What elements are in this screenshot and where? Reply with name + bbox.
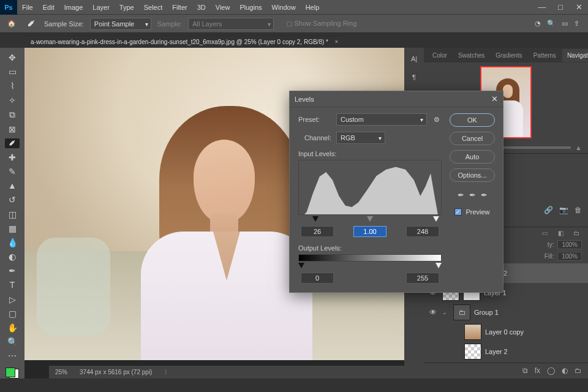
hand-tool-icon[interactable]: ✋ (5, 323, 20, 333)
menu-filter[interactable]: Filter (167, 0, 192, 15)
preview-checkbox[interactable]: ✓Preview (454, 208, 489, 216)
group-add-icon[interactable]: 🗀 (575, 366, 582, 375)
stamp-tool-icon[interactable]: ▲ (5, 181, 20, 190)
trash-icon[interactable]: 🗑 (575, 206, 582, 214)
dialog-close-icon[interactable]: ✕ (491, 94, 498, 104)
input-gamma-field[interactable]: 1.00 (353, 226, 386, 237)
gradient-tool-icon[interactable]: ▦ (5, 224, 20, 233)
eyedropper-tool-icon[interactable] (5, 138, 20, 148)
ok-button[interactable]: OK (450, 113, 495, 127)
input-black-field[interactable]: 26 (301, 226, 334, 237)
output-black-field[interactable]: 0 (301, 273, 334, 284)
cloud-sync-icon[interactable]: ◔ (535, 20, 541, 28)
dialog-titlebar[interactable]: Levels ✕ (290, 91, 503, 107)
zoom-tool-icon[interactable]: 🔍 (5, 337, 20, 347)
menu-view[interactable]: View (211, 0, 235, 15)
sample-layers-select[interactable]: All Layers (188, 18, 274, 30)
show-sampling-ring-checkbox[interactable]: ▢ Show Sampling Ring (286, 20, 356, 28)
white-eyedropper-icon[interactable]: ✒ (481, 190, 488, 200)
menu-edit[interactable]: Edit (38, 0, 59, 15)
channel-select[interactable]: RGB (336, 132, 385, 144)
menu-type[interactable]: Type (115, 0, 139, 15)
edit-toolbar-icon[interactable]: ⋯ (5, 351, 20, 361)
layer-group-row[interactable]: 👁 ⌄ 🗀 Group 1 (424, 303, 588, 322)
fx-icon[interactable]: fx (535, 366, 540, 375)
blur-tool-icon[interactable]: 💧 (5, 238, 20, 247)
tab-swatches[interactable]: Swatches (453, 49, 489, 62)
link-icon[interactable]: 🔗 (544, 206, 553, 214)
tab-navigator[interactable]: Navigator (562, 49, 588, 62)
gamma-slider[interactable] (367, 216, 373, 222)
output-white-slider[interactable] (435, 263, 442, 268)
dodge-tool-icon[interactable]: ◐ (5, 252, 20, 262)
output-white-field[interactable]: 255 (406, 273, 439, 284)
menu-help[interactable]: Help (301, 0, 325, 15)
layer-thumbnail[interactable] (464, 324, 481, 340)
window-close-button[interactable]: ✕ (570, 1, 588, 14)
white-point-slider[interactable] (433, 216, 439, 222)
tab-gradients[interactable]: Gradients (491, 49, 527, 62)
menu-layer[interactable]: Layer (88, 0, 115, 15)
black-point-slider[interactable] (312, 216, 318, 222)
layer-name[interactable]: Layer 2 (485, 348, 508, 355)
fill-field[interactable]: 100% (557, 252, 582, 261)
share-icon[interactable]: ⇪ (574, 20, 579, 28)
healing-tool-icon[interactable]: ✚ (5, 153, 20, 162)
group-expand-icon[interactable]: ⌄ (442, 309, 450, 315)
output-black-slider[interactable] (298, 263, 304, 268)
layer-name[interactable]: Group 1 (474, 309, 499, 316)
history-brush-tool-icon[interactable]: ↺ (5, 195, 20, 205)
input-white-field[interactable]: 248 (406, 226, 439, 237)
preset-select[interactable]: Custom (336, 113, 427, 126)
layer-name[interactable]: Layer 0 copy (485, 328, 524, 336)
gray-eyedropper-icon[interactable]: ✒ (469, 190, 476, 200)
snapshot-icon[interactable]: 📷 (559, 206, 568, 214)
options-button[interactable]: Options... (450, 168, 495, 182)
opacity-field[interactable]: 100% (557, 240, 582, 249)
adjustment-add-icon[interactable]: ◐ (562, 366, 568, 375)
search-icon[interactable]: 🔍 (547, 20, 556, 28)
eraser-tool-icon[interactable]: ◫ (5, 209, 20, 219)
cancel-button[interactable]: Cancel (450, 132, 495, 145)
menu-window[interactable]: Window (267, 0, 301, 15)
pen-tool-icon[interactable]: ✒ (5, 266, 20, 276)
layer-row[interactable]: Layer 0 copy (424, 322, 588, 342)
frame-tool-icon[interactable]: ⊠ (5, 124, 20, 134)
move-tool-icon[interactable]: ✥ (5, 53, 20, 62)
crop-tool-icon[interactable]: ⧉ (5, 110, 20, 120)
type-tool-icon[interactable]: T (5, 280, 20, 290)
menu-file[interactable]: File (17, 0, 38, 15)
folder-icon[interactable]: 🗀 (571, 230, 582, 236)
wand-tool-icon[interactable]: ✧ (5, 95, 20, 105)
black-eyedropper-icon[interactable]: ✒ (458, 190, 464, 200)
tab-close-icon[interactable]: × (335, 39, 338, 45)
character-panel-icon[interactable]: A| (408, 53, 420, 65)
menu-plugins[interactable]: Plugins (235, 0, 266, 15)
layer-row[interactable]: Layer 2 (424, 342, 588, 361)
window-maximize-button[interactable]: □ (551, 1, 570, 14)
preset-options-icon[interactable]: ⚙ (432, 116, 442, 124)
link-layers-icon[interactable]: ⧉ (522, 366, 528, 375)
path-select-tool-icon[interactable]: ▷ (5, 295, 20, 304)
output-sliders[interactable] (298, 263, 442, 270)
lasso-tool-icon[interactable]: ⌇ (5, 81, 20, 91)
marquee-tool-icon[interactable]: ▭ (5, 67, 20, 77)
output-gradient[interactable] (298, 254, 442, 262)
auto-button[interactable]: Auto (450, 150, 495, 164)
eyedropper-tool-icon[interactable] (24, 17, 38, 31)
artboard-icon[interactable]: ▭ (539, 230, 550, 236)
paragraph-panel-icon[interactable]: ¶ (408, 71, 420, 83)
mask-add-icon[interactable]: ◯ (547, 366, 555, 375)
tab-color[interactable]: Color (428, 49, 452, 62)
mask-icon[interactable]: ◧ (555, 230, 566, 236)
tab-patterns[interactable]: Patterns (529, 49, 561, 62)
workspace-icon[interactable]: ▭ (562, 20, 568, 28)
brush-tool-icon[interactable]: ✎ (5, 167, 20, 176)
zoom-level[interactable]: 25% (55, 369, 67, 375)
menu-3d[interactable]: 3D (192, 0, 211, 15)
histogram[interactable] (298, 160, 442, 215)
layer-thumbnail[interactable] (464, 344, 481, 360)
sample-size-select[interactable]: Point Sample (90, 18, 151, 30)
visibility-toggle-icon[interactable]: 👁 (428, 308, 439, 317)
menu-image[interactable]: Image (59, 0, 88, 15)
